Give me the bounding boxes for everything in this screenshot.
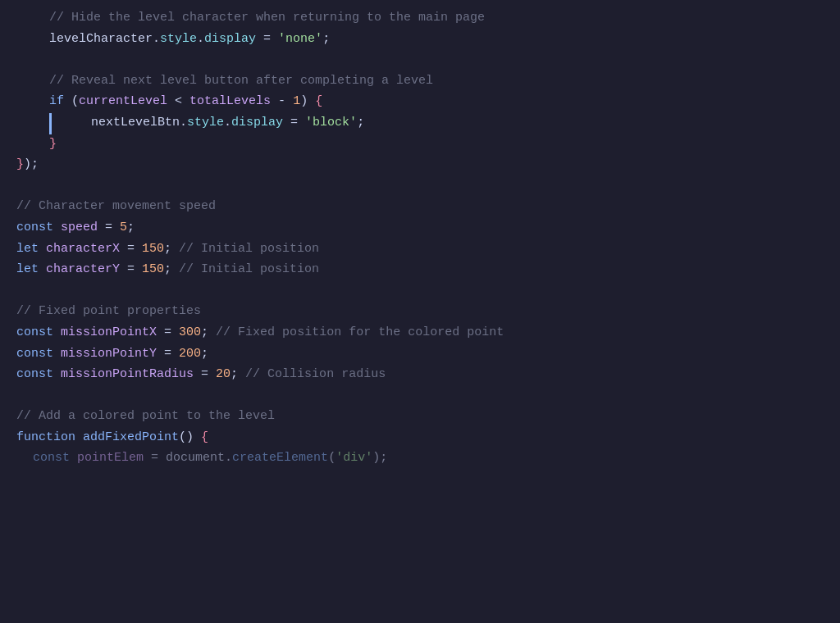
code-token: =	[157, 323, 179, 343]
code-token: =	[194, 365, 216, 384]
code-token: (	[328, 448, 336, 468]
code-token-keyword: const	[16, 218, 53, 238]
code-line: // Reveal next level button after comple…	[0, 71, 840, 93]
code-token-number: 300	[179, 323, 201, 343]
code-token-keyword: const	[33, 448, 70, 468]
code-token-varname: missionPointRadius	[61, 365, 194, 384]
code-token: (	[64, 92, 79, 111]
code-token	[75, 428, 83, 448]
code-line: if (currentLevel < totalLevels - 1) {	[0, 92, 840, 113]
code-token: =	[256, 30, 278, 49]
code-token-string: 'block'	[305, 113, 357, 134]
code-line: const missionPointRadius = 20; // Collis…	[0, 365, 840, 386]
code-token	[70, 448, 77, 468]
code-token	[53, 218, 61, 238]
code-token: ()	[179, 428, 201, 448]
code-token-bracket: {	[201, 428, 208, 448]
code-token-keyword: const	[16, 344, 53, 364]
code-line: let characterY = 150; // Initial positio…	[0, 260, 840, 281]
code-token-string: 'div'	[336, 448, 372, 468]
code-token-comment: // Fixed position for the colored point	[216, 323, 504, 343]
code-token: )	[300, 92, 315, 111]
code-token	[39, 239, 46, 259]
code-line: const missionPointY = 200;	[0, 344, 840, 366]
code-token-number: 150	[142, 239, 164, 259]
code-token-fn: addFixedPoint	[83, 428, 179, 448]
code-token-comment: // Fixed point properties	[16, 302, 201, 321]
code-token-varname: missionPointY	[61, 344, 157, 364]
code-token: .	[224, 113, 231, 134]
code-token-keyword: let	[16, 260, 39, 280]
code-token: <	[167, 92, 189, 111]
code-token: .	[197, 30, 204, 49]
code-line: });	[0, 155, 840, 176]
code-token: =	[157, 344, 179, 364]
code-line: // Character movement speed	[0, 197, 840, 218]
code-line: }	[0, 134, 840, 156]
code-token: ;	[164, 260, 179, 280]
code-token: style	[187, 113, 224, 134]
code-token: style	[160, 30, 197, 49]
code-token	[53, 344, 61, 364]
code-token-number: 200	[179, 344, 201, 364]
code-token: );	[372, 448, 387, 468]
code-token: ;	[201, 344, 208, 364]
code-token: 'none'	[278, 30, 322, 49]
code-line-empty	[0, 50, 840, 71]
code-token: ;	[164, 239, 179, 259]
code-token-varname: missionPointX	[61, 323, 157, 343]
code-line-empty	[0, 386, 840, 407]
code-token-number: 5	[120, 218, 127, 238]
code-token: ;	[201, 323, 216, 343]
code-token-varname: speed	[61, 218, 98, 238]
code-token: currentLevel	[79, 92, 167, 111]
code-token-number: 1	[293, 92, 300, 111]
code-token-fn: createElement	[232, 448, 328, 468]
code-token: =	[120, 260, 142, 280]
code-token-comment: // Reveal next level button after comple…	[49, 71, 433, 91]
code-token: -	[271, 92, 293, 111]
code-line: const missionPointX = 300; // Fixed posi…	[0, 323, 840, 344]
code-line: // Fixed point properties	[0, 302, 840, 323]
code-token: totalLevels	[189, 92, 271, 111]
code-token-comment: // Character movement speed	[16, 197, 216, 216]
code-token-comment: // Add a colored point to the level	[16, 407, 275, 426]
code-token: ;	[322, 30, 330, 49]
code-token: document	[166, 448, 225, 468]
code-token: nextLevelBtn	[91, 113, 180, 134]
code-token-varname: characterX	[46, 239, 120, 259]
code-token: levelCharacter	[49, 30, 153, 49]
code-token: );	[24, 155, 39, 175]
code-token	[39, 260, 46, 280]
code-token-varname: characterY	[46, 260, 120, 280]
code-token-keyword: let	[16, 239, 39, 259]
code-token-number: 150	[142, 260, 164, 280]
code-line-empty	[0, 281, 840, 302]
code-line: let characterX = 150; // Initial positio…	[0, 239, 840, 261]
code-token-keyword: const	[16, 365, 53, 384]
code-token	[53, 323, 61, 343]
code-token: .	[180, 113, 187, 134]
code-token-comment: // Initial position	[179, 239, 319, 259]
line-indicator	[49, 113, 52, 134]
code-line: const pointElem = document.createElement…	[0, 448, 840, 470]
code-line: nextLevelBtn.style.display = 'block';	[0, 113, 840, 134]
code-token-comment: // Initial position	[179, 260, 319, 280]
code-line: // Hide the level character when returni…	[0, 8, 840, 30]
code-token: ;	[127, 218, 135, 238]
code-line: function addFixedPoint() {	[0, 428, 840, 449]
code-token: =	[98, 218, 120, 238]
code-token-keyword: function	[16, 428, 75, 448]
code-line: levelCharacter.style.display = 'none';	[0, 30, 840, 51]
code-token-bracket: }	[16, 155, 24, 175]
code-token: ;	[231, 365, 245, 384]
code-token: display	[204, 30, 256, 49]
code-token: =	[283, 113, 305, 134]
code-line: const speed = 5;	[0, 218, 840, 239]
code-token-bracket: {	[315, 92, 322, 111]
code-token: ;	[357, 113, 364, 134]
code-token: .	[225, 448, 232, 468]
code-token	[53, 365, 61, 384]
code-token: =	[120, 239, 142, 259]
code-token: display	[231, 113, 283, 134]
